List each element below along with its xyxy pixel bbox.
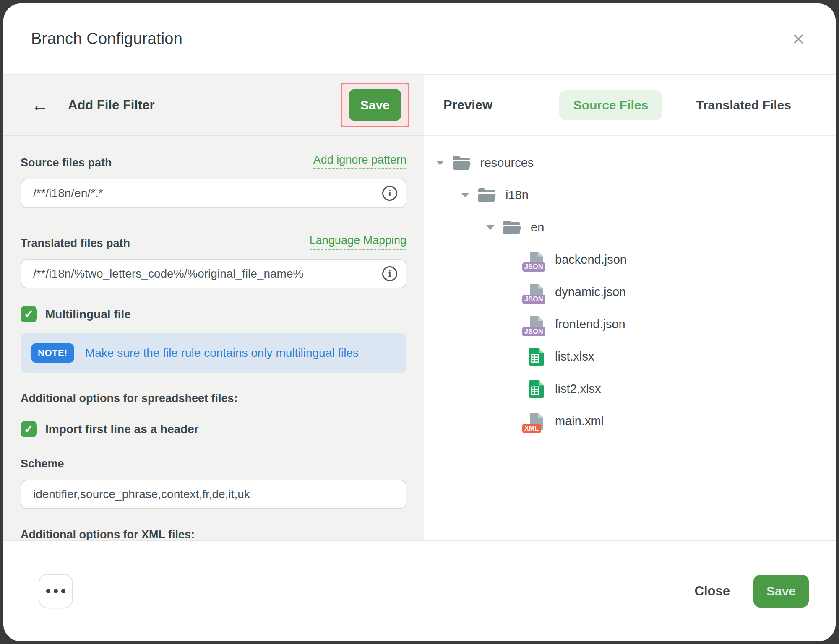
tree-item-label: list2.xlsx bbox=[555, 382, 601, 396]
tree-file-backend-json[interactable]: JSON backend.json bbox=[424, 244, 836, 276]
scheme-input[interactable] bbox=[21, 480, 406, 509]
import-header-label: Import first line as a header bbox=[45, 423, 199, 436]
filter-save-button[interactable]: Save bbox=[349, 89, 401, 121]
check-icon: ✓ bbox=[24, 423, 34, 435]
info-icon[interactable]: i bbox=[382, 186, 397, 201]
import-header-checkbox[interactable]: ✓ bbox=[21, 421, 37, 437]
preview-tabs: Source Files Translated Files bbox=[559, 90, 805, 120]
xlsx-file-icon bbox=[526, 380, 547, 398]
tree-file-dynamic-json[interactable]: JSON dynamic.json bbox=[424, 276, 836, 308]
xml-file-icon: XML bbox=[526, 412, 547, 431]
caret-down-icon[interactable] bbox=[486, 225, 495, 230]
translated-path-row: Translated files path Language Mapping bbox=[21, 234, 406, 250]
tree-item-label: frontend.json bbox=[555, 317, 625, 331]
file-filter-form: Source files path Add ignore pattern i T… bbox=[3, 136, 424, 541]
multilingual-checkbox-row[interactable]: ✓ Multilingual file bbox=[21, 306, 406, 322]
translated-path-label: Translated files path bbox=[21, 237, 130, 250]
footer-save-button[interactable]: Save bbox=[753, 575, 809, 608]
dialog-title: Branch Configuration bbox=[31, 30, 182, 48]
translated-path-input-wrap: i bbox=[21, 259, 406, 288]
add-ignore-pattern-link[interactable]: Add ignore pattern bbox=[313, 153, 406, 169]
dialog-titlebar: Branch Configuration × bbox=[3, 3, 836, 75]
file-filter-title: Add File Filter bbox=[68, 98, 155, 113]
json-badge: JSON bbox=[522, 295, 545, 304]
close-icon[interactable]: × bbox=[788, 26, 809, 52]
source-path-input[interactable] bbox=[21, 179, 406, 208]
xlsx-file-icon bbox=[526, 348, 547, 366]
folder-icon bbox=[477, 186, 497, 205]
tree-item-label: i18n bbox=[505, 188, 529, 202]
file-filter-panel: ← Add File Filter Save Source files path… bbox=[3, 75, 424, 540]
tree-file-list2-xlsx[interactable]: list2.xlsx bbox=[424, 373, 836, 405]
json-badge: JSON bbox=[522, 262, 545, 272]
ellipsis-icon bbox=[61, 589, 65, 593]
tree-item-label: dynamic.json bbox=[555, 285, 626, 299]
json-file-icon: JSON bbox=[526, 283, 547, 301]
caret-down-icon[interactable] bbox=[461, 193, 469, 197]
tree-item-label: list.xlsx bbox=[555, 350, 594, 364]
import-header-checkbox-row[interactable]: ✓ Import first line as a header bbox=[21, 421, 406, 437]
json-file-icon: JSON bbox=[526, 251, 547, 269]
folder-icon bbox=[452, 154, 472, 172]
tree-file-frontend-json[interactable]: JSON frontend.json bbox=[424, 308, 836, 340]
tree-item-label: en bbox=[531, 221, 544, 234]
json-file-icon: JSON bbox=[526, 315, 547, 334]
spreadsheet-options-heading: Additional options for spreadsheet files… bbox=[21, 392, 406, 405]
tree-folder-i18n[interactable]: i18n bbox=[424, 179, 836, 211]
back-arrow-icon[interactable]: ← bbox=[31, 96, 49, 114]
note-badge: NOTE! bbox=[31, 343, 74, 363]
tree-item-label: resources bbox=[480, 156, 534, 170]
more-options-button[interactable] bbox=[39, 574, 73, 608]
multilingual-note: NOTE! Make sure the file rule contains o… bbox=[21, 333, 406, 373]
tab-translated-files[interactable]: Translated Files bbox=[682, 90, 805, 120]
dialog-body: ← Add File Filter Save Source files path… bbox=[3, 75, 836, 540]
preview-title: Preview bbox=[443, 98, 492, 113]
multilingual-label: Multilingual file bbox=[45, 308, 131, 321]
language-mapping-link[interactable]: Language Mapping bbox=[310, 234, 406, 250]
source-path-label: Source files path bbox=[21, 156, 112, 169]
branch-configuration-dialog: Branch Configuration × ← Add File Filter… bbox=[3, 3, 836, 641]
close-button[interactable]: Close bbox=[695, 584, 730, 599]
file-filter-header: ← Add File Filter Save bbox=[3, 75, 424, 136]
tab-source-files[interactable]: Source Files bbox=[559, 90, 662, 120]
file-tree: resources i18n en bbox=[424, 136, 836, 437]
scheme-row: Scheme bbox=[21, 457, 406, 470]
translated-path-input[interactable] bbox=[21, 259, 406, 288]
scheme-label: Scheme bbox=[21, 457, 64, 470]
ellipsis-icon bbox=[54, 589, 58, 593]
folder-icon bbox=[502, 218, 522, 237]
xml-options-heading: Additional options for XML files: bbox=[21, 528, 406, 541]
ellipsis-icon bbox=[46, 589, 50, 593]
tree-folder-resources[interactable]: resources bbox=[424, 147, 836, 179]
footer-actions: Close Save bbox=[695, 575, 809, 608]
source-path-row: Source files path Add ignore pattern bbox=[21, 153, 406, 169]
tree-file-main-xml[interactable]: XML main.xml bbox=[424, 405, 836, 437]
preview-panel: Preview Source Files Translated Files re… bbox=[424, 75, 836, 540]
note-text: Make sure the file rule contains only mu… bbox=[85, 346, 359, 360]
source-path-input-wrap: i bbox=[21, 179, 406, 208]
save-button-highlight: Save bbox=[341, 83, 409, 127]
json-badge: JSON bbox=[522, 327, 545, 336]
scheme-input-wrap bbox=[21, 480, 406, 509]
tree-item-label: main.xml bbox=[555, 414, 604, 428]
check-icon: ✓ bbox=[24, 309, 34, 320]
xml-badge: XML bbox=[522, 424, 541, 433]
preview-header: Preview Source Files Translated Files bbox=[424, 75, 836, 136]
tree-folder-en[interactable]: en bbox=[424, 211, 836, 244]
tree-file-list-xlsx[interactable]: list.xlsx bbox=[424, 340, 836, 373]
tree-item-label: backend.json bbox=[555, 253, 627, 267]
dialog-footer: Close Save bbox=[3, 540, 836, 641]
multilingual-checkbox[interactable]: ✓ bbox=[21, 306, 37, 322]
info-icon[interactable]: i bbox=[382, 266, 397, 281]
caret-down-icon[interactable] bbox=[436, 161, 444, 165]
